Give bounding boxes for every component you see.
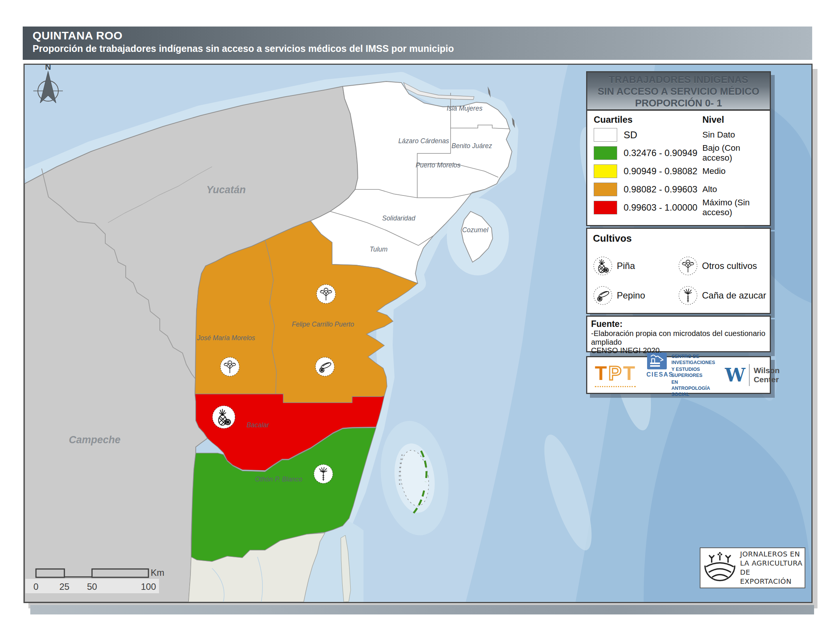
map-marker-other-crops <box>317 285 336 303</box>
legend-row-sd: SD Sin Dato <box>587 126 770 144</box>
fuente-panel: Fuente: -Elaboración propia con microdat… <box>586 316 771 352</box>
logos-panel: TPT CIESAS CENTRO DE INVESTIGACIONES <box>586 356 771 394</box>
legend-level: Medio <box>703 166 725 176</box>
legend-title: TRABAJADORES INDÍGENAS SIN ACCESO A SERV… <box>587 72 770 111</box>
wilson-center-logo: W Wilson Center <box>725 364 780 386</box>
legend-level: Bajo (Con acceso) <box>703 143 770 163</box>
tpt-letter: T <box>595 362 608 384</box>
cultivos-panel: Cultivos Piña Otros cultivos Pepino Caña… <box>586 228 771 314</box>
wilson-monogram: W <box>725 366 746 384</box>
cultivo-label: Piña <box>617 261 635 271</box>
tpt-logo: TPT <box>595 363 637 387</box>
pineapple-icon <box>593 256 613 276</box>
label-municipality-othon-p-blanco: Othón P. Blanco <box>255 475 302 483</box>
legend-title-line: SIN ACCESO A SERVICIO MÉDICO <box>587 85 770 97</box>
legend-col-nivel: Nivel <box>703 114 724 125</box>
wilson-name-line: Wilson <box>754 366 780 375</box>
legend-swatch-alto <box>594 183 617 196</box>
legend-swatch-medio <box>594 164 617 178</box>
scale-tick-100: 100 <box>141 581 156 592</box>
legend-column-headers: Cuartiles Nivel <box>587 111 770 126</box>
legend-panel: TRABAJADORES INDÍGENAS SIN ACCESO A SERV… <box>586 71 771 226</box>
cucumber-icon <box>593 286 613 305</box>
legend-range: 0.98082 - 0.99603 <box>624 184 703 195</box>
cultivo-item-pina: Piña <box>593 256 678 276</box>
legend-title-line: TRABAJADORES INDÍGENAS <box>587 74 770 85</box>
scale-tick-25: 25 <box>60 581 70 592</box>
scale-tick-0: 0 <box>33 581 38 592</box>
page-subtitle: Proporción de trabajadores indígenas sin… <box>32 42 812 55</box>
jornaleros-line: LA AGRICULTURA <box>740 559 803 568</box>
ciesas-acronym: CIESAS <box>646 371 667 378</box>
cultivos-title: Cultivos <box>593 233 770 244</box>
legend-range: 0.90949 - 0.98082 <box>624 166 703 177</box>
label-municipality-lazaro-cardenas: Lázaro Cárdenas <box>398 137 449 145</box>
legend-title-line: PROPORCIÓN 0- 1 <box>587 97 770 109</box>
tpt-letter: T <box>623 362 637 384</box>
legend-level: Alto <box>703 185 717 194</box>
legend-range: 0.99603 - 1.00000 <box>624 202 703 213</box>
legend-row-bajo: 0.32476 - 0.90949 Bajo (Con acceso) <box>587 144 770 162</box>
scale-tick-50: 50 <box>87 581 97 592</box>
ciesas-name-line: CENTRO DE INVESTIGACIONES <box>671 353 715 365</box>
jornaleros-badge: JORNALEROS EN LA AGRICULTURA DE EXPORTAC… <box>700 547 806 588</box>
cultivo-label: Otros cultivos <box>702 261 757 271</box>
legend-swatch-sd <box>594 128 617 142</box>
map-title-bar: QUINTANA ROO Proporción de trabajadores … <box>23 27 812 60</box>
tpt-letter: P <box>608 362 623 384</box>
legend-swatch-maximo <box>594 201 617 214</box>
legend-row-alto: 0.98082 - 0.99603 Alto <box>587 180 770 198</box>
label-municipality-solidaridad: Solidaridad <box>382 214 416 222</box>
fuente-title: Fuente: <box>591 319 770 329</box>
cultivo-item-otros: Otros cultivos <box>678 256 766 276</box>
label-state-yucatan: Yucatán <box>206 184 246 195</box>
cultivo-item-cana: Caña de azucar <box>678 286 766 305</box>
map-marker-sugarcane <box>314 464 333 483</box>
wilson-divider <box>749 364 750 386</box>
label-municipality-tulum: Tulum <box>370 245 388 253</box>
map-marker-cucumber <box>315 357 334 376</box>
tpt-caption-line <box>595 385 636 387</box>
label-municipality-benito-juarez: Benito Juárez <box>451 142 492 150</box>
compass-north-label: N <box>45 65 51 72</box>
legend-level: Máximo (Sin acceso) <box>703 198 770 217</box>
label-municipality-felipe-carrillo-puerto: Felipe Carrillo Puerto <box>292 320 354 328</box>
jornaleros-emblem-icon <box>702 550 738 586</box>
cultivo-item-pepino: Pepino <box>593 286 678 305</box>
legend-row-maximo: 0.99603 - 1.00000 Máximo (Sin acceso) <box>587 198 770 217</box>
ciesas-logo: CIESAS CENTRO DE INVESTIGACIONES Y ESTUD… <box>646 353 715 398</box>
map-marker-pineapple <box>212 406 235 428</box>
legend-range: SD <box>624 129 703 141</box>
legend-level: Sin Dato <box>703 130 735 140</box>
ciesas-name-line: EN ANTROPOLOGÍA SOCIAL <box>671 379 715 398</box>
legend-col-cuartiles: Cuartiles <box>594 114 703 125</box>
label-municipality-bacalar: Bacalar <box>246 421 270 429</box>
footer-band <box>30 605 814 615</box>
sugarcane-icon <box>678 286 698 305</box>
page-title: QUINTANA ROO <box>32 29 812 42</box>
label-municipality-isla-mujeres: Isla Mujeres <box>447 105 483 112</box>
legend-range: 0.32476 - 0.90949 <box>624 148 703 158</box>
cultivo-label: Caña de azucar <box>702 290 766 301</box>
label-state-campeche: Campeche <box>69 434 121 446</box>
scale-unit: Km <box>151 567 164 578</box>
jornaleros-line: DE EXPORTACIÓN <box>740 568 803 586</box>
legend-swatch-bajo <box>594 146 617 160</box>
ciesas-name-line: Y ESTUDIOS SUPERIORES <box>671 366 715 378</box>
cultivo-label: Pepino <box>617 290 645 301</box>
label-municipality-puerto-morelos: Puerto Morelos <box>416 161 461 169</box>
fuente-line: -Elaboración propia con microdatos del c… <box>591 329 770 346</box>
legend-row-medio: 0.90949 - 0.98082 Medio <box>587 162 770 180</box>
jornaleros-line: JORNALEROS EN <box>740 550 803 559</box>
other-crops-icon <box>678 256 698 276</box>
label-municipality-cozumel: Cozumel <box>462 226 489 234</box>
map-marker-other-crops <box>220 357 239 376</box>
wilson-name-line: Center <box>754 375 780 384</box>
ciesas-pictogram <box>647 353 667 369</box>
label-municipality-jose-maria-morelos: José María Morelos <box>196 334 255 342</box>
